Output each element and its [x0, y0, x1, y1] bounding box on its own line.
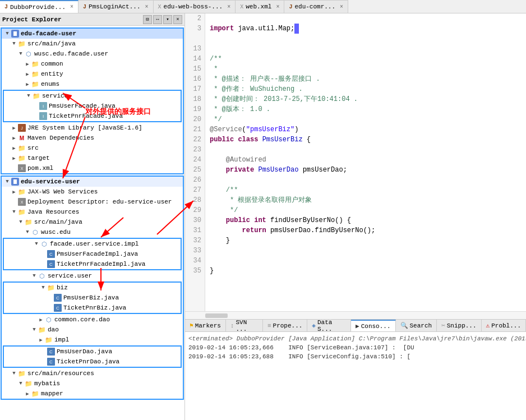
folder-icon: 📁 [17, 188, 26, 196]
tree-pkg-wusc-edu[interactable]: ▼ ⬡ wusc.edu [2, 227, 183, 237]
collapse-all-button[interactable]: ⊟ [143, 15, 152, 24]
tab-close-icon5[interactable]: × [340, 4, 343, 10]
explorer-tree: ▼ edu-facade-user ▼ 📁 src/main/java [0, 26, 184, 420]
tree-deployment[interactable]: X Deployment Descriptor: edu-service-use… [2, 197, 183, 207]
tab-label: edu-web-boss-... [164, 3, 223, 10]
tree-mapper[interactable]: ▶ 📁 mapper [2, 389, 183, 399]
expand-icon: ▶ [11, 135, 17, 141]
tree-expand-icon: ▼ [4, 31, 11, 36]
tree-src-main-java-2[interactable]: ▼ 📁 src/main/java [2, 217, 183, 227]
folder-icon: 📁 [17, 144, 26, 152]
tree-service-facade[interactable]: ▼ 📁 service [4, 91, 181, 101]
tree-jre[interactable]: ▶ J JRE System Library [JavaSE-1.6] [2, 123, 183, 133]
snippets-icon: ✂ [441, 322, 445, 329]
java-file-icon3: J [289, 4, 292, 10]
tree-pom-xml[interactable]: X pom.xml [2, 163, 183, 173]
tree-pms-user-biz[interactable]: C PmsUserBiz.java [4, 293, 181, 303]
expand-icon: ▼ [4, 179, 11, 184]
tab-pms-login[interactable]: J PmsLoginAct... × [79, 0, 153, 13]
expand-icon: ▼ [40, 285, 47, 290]
link-editor-button[interactable]: ↔ [153, 15, 162, 24]
expand-icon: ▼ [11, 209, 17, 215]
expand-icon: ▶ [11, 125, 17, 131]
tab-snippets[interactable]: ✂ Snipp... [437, 320, 481, 331]
tree-resources[interactable]: ▼ 📁 src/main/resources [2, 368, 183, 379]
marker-icon: ⚑ [190, 322, 193, 329]
explorer-menu-button[interactable]: ▾ [163, 15, 172, 24]
tree-src[interactable]: ▶ 📁 src [2, 143, 183, 153]
tree-pkg-wusc-facade[interactable]: ▼ ⬡ wusc.edu.facade.user [2, 49, 183, 59]
folder-icon: 📁 [17, 208, 26, 216]
tree-dao-folder[interactable]: ▼ 📁 dao [2, 325, 183, 335]
folder-icon: 📁 [31, 60, 40, 68]
java-class-icon: C [47, 250, 56, 258]
package-icon: ⬡ [40, 240, 49, 248]
tab-label: PmsLoginAct... [89, 3, 140, 10]
tab-label: DubboProvide... [10, 4, 66, 11]
tree-service-user-pkg[interactable]: ▼ ⬡ service.user [2, 271, 183, 281]
tree-jax-ws[interactable]: ▶ 📁 JAX-WS Web Services [2, 187, 183, 197]
java-class-icon2: C [47, 260, 56, 268]
tab-label: web.xml [246, 3, 271, 10]
tree-biz-folder[interactable]: ▼ 📁 biz [4, 283, 181, 293]
line-numbers: 2 3 13 14 15 16 17 18 19 20 21 22 23 [185, 13, 205, 311]
tree-src-main-java[interactable]: ▼ 📁 src/main/java [2, 39, 183, 49]
explorer-title: Project Explorer [2, 16, 141, 23]
expand-icon: ▼ [11, 371, 17, 376]
expand-icon: ▶ [24, 81, 31, 87]
project-edu-service-user[interactable]: ▼ edu-service-user [2, 177, 183, 187]
expand-icon: ▶ [38, 337, 44, 343]
tree-java-resources[interactable]: ▼ 📁 Java Resources [2, 207, 183, 217]
tab-dubbo-provider[interactable]: J DubboProvide... × [0, 0, 79, 13]
tab-close-icon2[interactable]: × [145, 4, 149, 10]
tree-facade-impl-pkg[interactable]: ▼ ⬡ facade.user.service.impl [4, 239, 181, 249]
tab-data-source[interactable]: ◈ Data S... [307, 320, 351, 331]
tree-ticket-pnr-dao[interactable]: C TicketPnrDao.java [4, 357, 181, 367]
tab-console[interactable]: ▶ Conso... [351, 320, 395, 331]
tree-pms-user-dao[interactable]: C PmsUserDao.java [4, 347, 181, 357]
code-container[interactable]: 2 3 13 14 15 16 17 18 19 20 21 22 23 [185, 13, 526, 311]
tab-close-icon4[interactable]: × [276, 4, 279, 10]
tree-pms-user-facade[interactable]: I PmsUserFacade.java [4, 101, 181, 111]
console-line-1: 2019-02-14 16:05:23,666 INFO [ServiceBea… [188, 343, 523, 352]
expand-icon: ▶ [24, 61, 31, 67]
project-edu-facade-user[interactable]: ▼ edu-facade-user [2, 29, 183, 39]
expand-icon: ▼ [31, 327, 38, 333]
tree-target[interactable]: ▶ 📁 target [2, 153, 183, 163]
explorer-close-button[interactable]: × [173, 15, 182, 24]
svn-icon: ↕ [230, 322, 234, 329]
tree-enums[interactable]: ▶ 📁 enums [2, 79, 183, 89]
folder-icon: 📁 [17, 370, 26, 377]
tree-ticket-pnr-facade[interactable]: I TicketPnrFacade.java [4, 111, 181, 121]
tab-edu-web-boss[interactable]: X edu-web-boss-... × [154, 0, 236, 13]
tab-properties[interactable]: ≡ Prope... [263, 320, 307, 331]
tree-mybatis[interactable]: ▼ 📁 mybatis [2, 379, 183, 389]
java-class-icon5: C [47, 348, 56, 356]
tab-edu-comr[interactable]: J edu-comr... × [284, 0, 348, 13]
tree-pms-user-facade-impl[interactable]: C PmsUserFacadeImpl.java [4, 249, 181, 259]
tree-common[interactable]: ▶ 📁 common [2, 59, 183, 69]
package-icon: ⬡ [31, 228, 40, 236]
project-icon [11, 30, 20, 38]
tree-ticket-pnr-facade-impl[interactable]: C TicketPnrFacadeImpl.java [4, 259, 181, 269]
expand-icon: ▶ [11, 155, 17, 161]
java-class-icon3: C [53, 294, 62, 302]
tab-search[interactable]: 🔍 Search [396, 320, 437, 331]
tree-common-core-dao[interactable]: ▶ ⬡ common.core.dao [2, 315, 183, 325]
java-file-icon: J [4, 4, 8, 10]
tab-svn[interactable]: ↕ SVN ... [226, 320, 263, 331]
code-editor: 2 3 13 14 15 16 17 18 19 20 21 22 23 [185, 13, 526, 319]
tab-close-icon[interactable]: × [70, 4, 73, 10]
folder-icon: 📁 [24, 218, 33, 226]
data-icon: ◈ [312, 322, 316, 329]
tree-entity[interactable]: ▶ 📁 entity [2, 69, 183, 79]
tree-dao-impl[interactable]: ▶ 📁 impl [2, 335, 183, 345]
tab-markers[interactable]: ⚑ Markers [185, 320, 226, 331]
tree-maven[interactable]: ▶ M Maven Dependencies [2, 133, 183, 143]
tree-ticket-pnr-biz[interactable]: C TicketPnrBiz.java [4, 303, 181, 313]
console-tab-bar: ⚑ Markers ↕ SVN ... ≡ Prope... ◈ Data S.… [185, 320, 526, 332]
tab-problems[interactable]: ⚠ Probl... [482, 320, 526, 331]
editor-scrollbar[interactable] [185, 311, 526, 319]
tab-close-icon3[interactable]: × [227, 4, 230, 10]
tab-web-xml[interactable]: X web.xml × [236, 0, 284, 13]
